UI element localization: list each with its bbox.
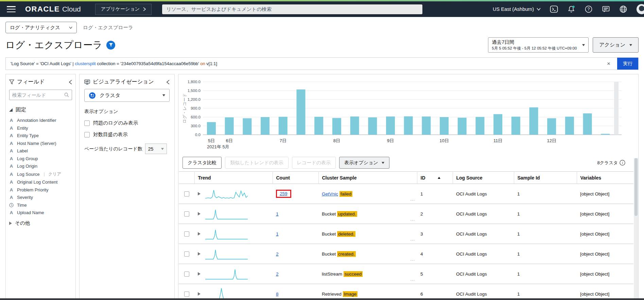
field-item-severity[interactable]: ASeverity [9, 195, 72, 200]
expand-row-icon[interactable] [198, 252, 201, 256]
field-item-log-origin[interactable]: ALog Origin [9, 164, 72, 169]
field-item-log-source[interactable]: ALog Source|クリア [9, 171, 72, 177]
field-item-upload-name[interactable]: AUpload Name [9, 210, 72, 215]
row-checkbox[interactable] [184, 231, 189, 237]
filter-icon[interactable] [106, 41, 115, 50]
field-search-input[interactable] [12, 92, 64, 98]
show-records-button[interactable]: レコードの表示 [292, 157, 336, 169]
records-per-page-select[interactable]: 25 [145, 144, 167, 154]
profile-avatar[interactable] [637, 4, 644, 14]
actions-button[interactable]: アクション [593, 37, 639, 53]
cell-variables: [object Object] [577, 284, 633, 299]
scrollbar-thumb[interactable] [634, 158, 638, 216]
field-item-original-log-content[interactable]: AOriginal Log Content [9, 180, 72, 185]
chart-brush-handle [614, 82, 619, 135]
field-item-entity[interactable]: AEntity [9, 126, 72, 131]
compare-clusters-button[interactable]: クラスタ比較 [182, 157, 222, 169]
row-checkbox[interactable] [184, 191, 189, 196]
svg-text:2021年 5月: 2021年 5月 [207, 144, 229, 149]
column-header-cluster-sample[interactable]: Cluster Sample [318, 172, 417, 184]
help-icon[interactable]: ? [585, 5, 593, 13]
clusters-table: Trend Count Cluster Sample ID Log Source… [179, 171, 633, 299]
field-item-entity-type[interactable]: AEntity Type [9, 133, 72, 138]
time-range-selector[interactable]: 過去7日間 5月 5 05:52 午後 - 5月 12 05:52 午後 UTC… [488, 37, 589, 53]
bottom-scrollbar[interactable] [0, 298, 644, 300]
count-link[interactable]: 1 [276, 231, 279, 237]
show-similar-trend-button[interactable]: 類似したトレンドの表示 [225, 157, 288, 169]
log-records-bar-chart[interactable]: 0.0300.0600.0900.01,200.01,500.01,800.0ロ… [178, 74, 638, 154]
fields-funnel-icon [9, 79, 14, 85]
pinned-section-toggle[interactable]: 固定 [9, 106, 72, 113]
field-item-label[interactable]: ALabel [9, 148, 72, 153]
count-link[interactable]: 2 [276, 251, 279, 257]
region-selector[interactable]: US East (Ashburn) [493, 6, 541, 12]
cloud-shell-icon[interactable] [550, 5, 558, 13]
row-checkbox[interactable] [184, 292, 189, 297]
column-header-id[interactable]: ID [417, 172, 453, 184]
text-field-icon: A [9, 141, 14, 146]
vertical-scrollbar[interactable] [634, 158, 638, 299]
clear-query-icon[interactable]: × [600, 60, 617, 67]
visualization-panel-title: ビジュアライゼーション [93, 78, 154, 86]
expand-row-icon[interactable] [198, 272, 201, 276]
row-checkbox[interactable] [184, 251, 189, 257]
cell-variables: [object Object] [577, 184, 633, 204]
separator: | [44, 172, 45, 176]
field-label: Annotation Identifier [17, 118, 56, 123]
column-header-trend[interactable]: Trend [194, 172, 273, 184]
text-field-icon: A [9, 156, 14, 161]
language-globe-icon[interactable] [619, 5, 627, 13]
query-bar[interactable]: 'Log Source' = 'OCI Audit Logs' | cluste… [5, 57, 639, 70]
oracle-cloud-logo[interactable]: ORACLE Cloud [25, 5, 81, 14]
feedback-icon[interactable] [602, 5, 610, 13]
dropdown-arrow-icon [582, 44, 585, 46]
dropdown-arrow-icon [629, 44, 632, 46]
column-header-sample-id[interactable]: Sample Id [514, 172, 577, 184]
field-search[interactable] [9, 90, 72, 100]
query-text[interactable]: 'Log Source' = 'OCI Audit Logs' | cluste… [11, 61, 217, 66]
clear-field-link[interactable]: クリア [48, 171, 61, 177]
notifications-bell-icon[interactable] [567, 5, 575, 13]
cluster-sample-text: Bucket created. [322, 251, 414, 257]
row-checkbox[interactable] [184, 271, 189, 277]
view-options-button[interactable]: 表示オプション [339, 157, 389, 169]
menu-icon[interactable] [7, 6, 16, 12]
expand-row-icon[interactable] [198, 292, 201, 296]
field-label: Log Group [17, 156, 38, 161]
service-selector[interactable]: ログ・アナリティクス [5, 22, 77, 33]
count-link[interactable]: 259 [280, 191, 288, 196]
run-query-button[interactable]: 実行 [617, 58, 638, 70]
count-link[interactable]: 8 [276, 292, 279, 297]
show-problem-logs-checkbox[interactable]: 問題のログのみ表示 [84, 120, 170, 126]
checkbox-icon[interactable] [84, 132, 90, 137]
app-switcher-button[interactable]: アプリケーション [95, 4, 152, 15]
log-scale-checkbox[interactable]: 対数目盛の表示 [84, 131, 170, 138]
count-link[interactable]: 1 [276, 211, 279, 217]
expand-row-icon[interactable] [198, 212, 201, 215]
column-header-count[interactable]: Count [273, 172, 318, 184]
field-item-host-name-server-[interactable]: AHost Name (Server) [9, 141, 72, 146]
other-section-toggle[interactable]: その他 [9, 220, 72, 226]
cluster-sample-link[interactable]: GetVnic [322, 191, 338, 196]
column-header-variables[interactable]: Variables [577, 172, 633, 184]
table-row: 2listStream succeed...5OCI Audit Logs1[o… [179, 264, 633, 284]
row-checkbox[interactable] [184, 211, 189, 217]
field-item-annotation-identifier[interactable]: AAnnotation Identifier [9, 118, 72, 123]
count-link[interactable]: 2 [276, 271, 279, 277]
field-item-log-group[interactable]: ALog Group [9, 156, 72, 161]
sort-ascending-icon[interactable] [438, 177, 440, 179]
global-search-input[interactable] [166, 6, 418, 12]
info-icon[interactable]: i [620, 160, 625, 166]
field-item-problem-priority[interactable]: AProblem Priority [9, 187, 72, 192]
checkbox-icon[interactable] [84, 120, 90, 126]
highlighted-term: failed [340, 191, 352, 197]
fields-panel-title: フィールド [17, 78, 45, 86]
visualization-type-select[interactable]: クラスタ [84, 89, 170, 102]
column-header-log-source[interactable]: Log Source [453, 172, 514, 184]
expand-row-icon[interactable] [198, 232, 201, 236]
expand-row-icon[interactable] [198, 192, 201, 195]
collapse-panel-icon[interactable] [167, 80, 170, 85]
field-item-time[interactable]: Time [9, 203, 72, 208]
collapse-panel-icon[interactable] [69, 80, 72, 85]
global-search[interactable] [162, 4, 423, 15]
